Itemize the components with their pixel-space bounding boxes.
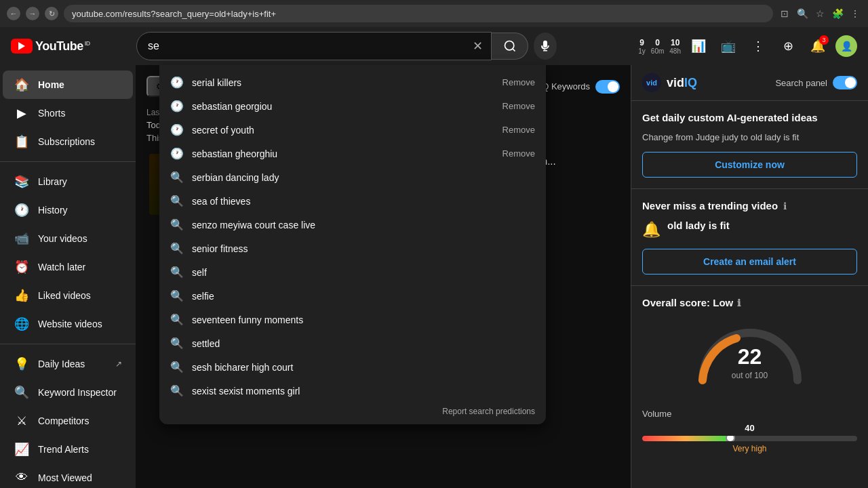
sidebar-item-watch-later[interactable]: ⏰ Watch later [3,253,133,281]
history-icon: 🕐 [14,203,30,218]
autocomplete-item-settled[interactable]: 🔍 settled [159,331,546,355]
sidebar-item-subscriptions[interactable]: 📋 Subscriptions [3,127,133,156]
search-icon: 🔍 [170,242,184,255]
sidebar-item-competitors[interactable]: ⚔ Competitors [3,407,133,435]
volume-thumb [726,436,735,441]
volume-label: Volume [642,409,857,419]
autocomplete-item-sea-of-thieves[interactable]: 🔍 sea of thieves [159,189,546,213]
sidebar-item-liked-videos[interactable]: 👍 Liked videos [3,281,133,310]
info-icon[interactable]: ℹ [783,201,787,211]
sidebar-item-history[interactable]: 🕐 History [3,196,133,224]
menu-icon[interactable]: ⋮ [849,7,861,20]
sidebar-label-library: Library [38,176,67,187]
website-videos-icon: 🌐 [14,317,30,331]
search-icon: 🔍 [170,337,184,350]
autocomplete-item-selfie[interactable]: 🔍 selfie [159,284,546,308]
reload-button[interactable]: ↻ [45,7,58,20]
autocomplete-item-secret-of-youth[interactable]: 🕐 secret of youth Remove [159,118,546,142]
bookmark-icon[interactable]: ☆ [814,7,826,20]
sidebar-item-home[interactable]: 🏠 Home [3,70,133,99]
report-predictions[interactable]: Report search predictions [159,403,546,422]
overall-score-section: Overall score: Low ℹ 22 out of 100 [631,286,868,409]
notifications-btn[interactable]: 🔔 3 [806,34,830,58]
ai-section-title: Get daily custom AI-generated ideas [642,112,857,123]
sidebar-label-competitors: Competitors [38,415,89,426]
autocomplete-item-seventeen[interactable]: 🔍 seventeen funny moments [159,308,546,331]
apps-icon-btn[interactable]: ⋮ [746,34,770,58]
keywords-toggle[interactable] [595,80,620,94]
back-button[interactable]: ← [7,7,20,20]
sidebar-label-keyword-inspector: Keyword Inspector [38,387,117,398]
autocomplete-item-senior-fitness[interactable]: 🔍 senior fitness [159,237,546,260]
autocomplete-item-sexist[interactable]: 🔍 sexist sexist moments girl [159,379,546,403]
remove-button[interactable]: Remove [502,101,535,111]
remove-button[interactable]: Remove [502,77,535,87]
gauge-container: 22 out of 100 [642,319,857,387]
autocomplete-item-sebastian-georgiou[interactable]: 🕐 sebastian georgiou Remove [159,94,546,118]
autocomplete-text: senior fitness [192,243,535,254]
stat-48h: 10 48h [669,38,681,55]
browser-bar: ← → ↻ youtube.com/results?search_query=o… [0,0,868,27]
zoom-icon[interactable]: 🔍 [796,7,808,20]
cast-icon-btn[interactable]: 📺 [716,34,741,58]
url-bar[interactable]: youtube.com/results?search_query=old+lad… [64,5,773,22]
forward-button[interactable]: → [26,7,39,20]
vidiq-ai-section: Get daily custom AI-generated ideas Chan… [631,101,868,189]
youtube-logo[interactable]: YouTubeID [11,39,90,54]
sidebar-item-shorts[interactable]: ▶ Shorts [3,99,133,127]
sidebar-item-library[interactable]: 📚 Library [3,167,133,196]
search-bar: ✕ [136,32,492,60]
stat-60m: 0 60m [651,38,664,55]
search-panel-toggle[interactable] [833,76,857,89]
customize-now-button[interactable]: Customize now [642,152,857,178]
create-email-alert-button[interactable]: Create an email alert [642,249,857,274]
vidiq-icon-btn[interactable]: 📊 [686,34,711,58]
search-clear-button[interactable]: ✕ [465,39,491,54]
autocomplete-item-sebastian-gheorghiu[interactable]: 🕐 sebastian gheorghiu Remove [159,142,546,165]
autocomplete-item-self[interactable]: 🔍 self [159,260,546,284]
home-icon: 🏠 [14,77,30,92]
gauge-value: 22 [732,344,768,369]
upload-icon-btn[interactable]: ⊕ [776,34,800,58]
sidebar-item-trend-alerts[interactable]: 📈 Trend Alerts [3,435,133,464]
youtube-logo-text: YouTubeID [35,39,90,54]
sidebar-item-keyword-inspector[interactable]: 🔍 Keyword Inspector [3,378,133,407]
autocomplete-item-sesh[interactable]: 🔍 sesh bicharer high court [159,355,546,379]
most-viewed-icon: 👁 [14,470,30,485]
search-button[interactable] [492,33,528,60]
autocomplete-text: secret of youth [192,125,494,136]
remove-button[interactable]: Remove [502,148,535,159]
vidiq-logo-mark: vid [642,73,661,92]
voice-search-button[interactable] [534,33,557,60]
autocomplete-text: sebastian georgiou [192,101,494,112]
sidebar-label-daily-ideas: Daily Ideas [38,359,85,369]
avatar[interactable]: 👤 [835,35,857,57]
search-icon: 🔍 [170,195,184,207]
sidebar-label-your-videos: Your videos [38,233,87,244]
extension-icon[interactable]: ⊡ [778,7,791,20]
autocomplete-text: self [192,267,535,278]
remove-button[interactable]: Remove [502,125,535,135]
sidebar-label-most-viewed: Most Viewed [38,472,92,483]
search-input[interactable] [137,33,465,60]
history-icon: 🕐 [170,76,184,89]
autocomplete-item-senzo[interactable]: 🔍 senzo meyiwa court case live [159,213,546,237]
search-panel-label: Search panel [775,78,827,88]
volume-bar-container [642,436,857,441]
sidebar-item-daily-ideas[interactable]: 💡 Daily Ideas ↗ [3,350,133,378]
autocomplete-item-serbian-dancing-lady[interactable]: 🔍 serbian dancing lady [159,165,546,189]
sidebar-item-your-videos[interactable]: 📹 Your videos [3,224,133,253]
notification-badge: 3 [819,35,829,45]
sidebar-divider [0,161,136,162]
sidebar-item-most-viewed[interactable]: 👁 Most Viewed [3,464,133,488]
your-videos-icon: 📹 [14,231,30,246]
autocomplete-text: serbian dancing lady [192,172,535,183]
autocomplete-item-serial-killers[interactable]: 🕐 serial killers Remove [159,70,546,94]
sidebar-item-website-videos[interactable]: 🌐 Website videos [3,310,133,338]
sidebar: 🏠 Home ▶ Shorts 📋 Subscriptions 📚 Librar… [0,65,136,488]
watch-later-icon: ⏰ [14,260,30,274]
vidiq-panel: vid vidIQ Search panel Get daily custom … [631,65,868,488]
browser-actions: ⊡ 🔍 ☆ 🧩 ⋮ [778,7,861,20]
extensions-icon[interactable]: 🧩 [831,7,844,20]
score-info-icon[interactable]: ℹ [737,298,741,308]
